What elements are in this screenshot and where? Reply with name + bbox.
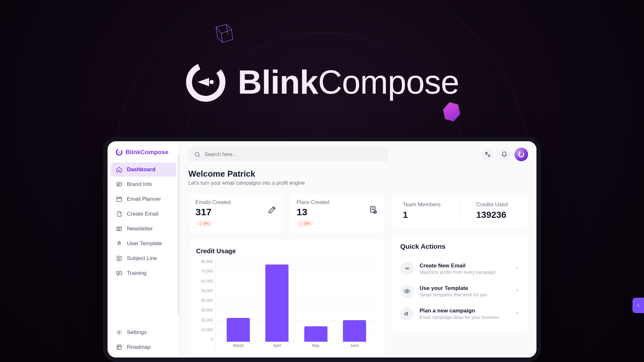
svg-rect-3 xyxy=(117,182,122,186)
sidebar: BlinkCompose DashboardBrand InfoEmail Pl… xyxy=(108,141,180,357)
stat-delta-badge: 0% xyxy=(195,220,213,227)
svg-rect-4 xyxy=(117,197,122,201)
stat-card-emails-created: Emails Created 317 0% xyxy=(188,193,284,233)
stat-card-plans-created: Plans Created 13 0% xyxy=(289,193,385,233)
logo-mark-icon xyxy=(518,151,525,158)
sidebar-item-roadmap[interactable]: Roadmap xyxy=(111,340,176,354)
gear-icon xyxy=(116,329,122,336)
svg-point-10 xyxy=(195,152,199,156)
sidebar-item-label: Subject Line xyxy=(127,255,157,262)
sidebar-item-label: Create Email xyxy=(127,211,158,217)
stat-label: Emails Created xyxy=(195,200,277,205)
arrow-down-icon xyxy=(300,222,303,225)
sidebar-item-label: Settings xyxy=(127,329,147,336)
stat-card-summary: Team Members 1 Credits Used 139236 xyxy=(392,193,528,228)
svg-point-14 xyxy=(406,291,408,292)
side-tab-button[interactable] xyxy=(632,298,644,313)
sidebar-item-training[interactable]: Training xyxy=(111,266,176,280)
chevron-right-icon xyxy=(515,288,520,294)
sidebar-item-settings[interactable]: Settings xyxy=(111,325,176,339)
sidebar-item-label: Newsletter xyxy=(127,226,153,232)
sidebar-scrollbar[interactable] xyxy=(178,154,179,315)
quick-action-title: Use your Template xyxy=(420,285,487,292)
sidebar-item-label: User Template xyxy=(127,240,162,247)
sidebar-item-subject-line[interactable]: Subject Line xyxy=(111,251,176,265)
chevron-right-icon xyxy=(515,311,520,317)
sidebar-item-label: Email Planner xyxy=(127,196,161,202)
svg-point-1 xyxy=(210,80,214,84)
sidebar-item-label: Brand Info xyxy=(127,181,152,188)
list-icon xyxy=(116,255,122,262)
quick-action-plan-a-new-campaign[interactable]: Plan a new campaignEmail campaign ideas … xyxy=(400,302,520,325)
language-button[interactable] xyxy=(481,148,494,161)
quick-action-sub: Email campaign ideas for your business xyxy=(420,315,499,320)
sidebar-item-dashboard[interactable]: Dashboard xyxy=(111,162,176,177)
sidebar-item-user-template[interactable]: User Template xyxy=(111,237,176,251)
main-content: Welcome Patrick Let's turn your email ca… xyxy=(180,141,536,357)
chart-bar xyxy=(304,326,327,342)
news-icon xyxy=(116,226,122,232)
stat-value: 1 xyxy=(403,210,444,220)
translate-icon xyxy=(484,151,491,158)
chat-icon xyxy=(116,181,122,188)
chart-x-label: May xyxy=(304,343,327,348)
calendar-icon xyxy=(116,196,122,202)
avatar[interactable] xyxy=(515,148,528,161)
chart-x-label: March xyxy=(227,343,250,348)
chart-bar xyxy=(343,320,366,342)
sidebar-brand-name: BlinkCompose xyxy=(126,149,168,156)
chart-x-axis: MarchAprilMayJune xyxy=(216,342,377,349)
sidebar-item-email-planner[interactable]: Email Planner xyxy=(111,192,176,206)
document-plus-icon[interactable] xyxy=(369,205,378,214)
logo-mark-icon xyxy=(185,61,227,103)
infinity-icon xyxy=(400,262,414,275)
chart-x-label: April xyxy=(265,343,289,348)
sidebar-item-brand-info[interactable]: Brand Info xyxy=(111,177,176,191)
template-icon xyxy=(116,240,122,247)
chart-x-label: June xyxy=(343,343,366,348)
sidebar-nav-secondary: SettingsRoadmap xyxy=(108,325,180,357)
edit-icon[interactable] xyxy=(268,205,277,214)
arrow-down-icon xyxy=(199,222,202,225)
stat-delta-badge: 0% xyxy=(297,220,314,227)
search-input[interactable] xyxy=(204,152,382,157)
eye-icon xyxy=(400,284,414,298)
stat-label: Team Members xyxy=(403,201,444,208)
welcome-block: Welcome Patrick Let's turn your email ca… xyxy=(188,169,528,186)
sidebar-item-label: Roadmap xyxy=(127,344,151,350)
hero-logo: BlinkCompose xyxy=(0,61,644,103)
map-icon xyxy=(116,344,122,350)
svg-rect-7 xyxy=(117,271,122,274)
hero-wordmark: BlinkCompose xyxy=(238,63,459,101)
chart-card-credit-usage: Credit Usage 80,00070,00060,00050,00040,… xyxy=(188,240,385,355)
stat-label: Plans Created xyxy=(297,200,378,205)
chart-y-axis: 80,00070,00060,00050,00040,00030,00020,0… xyxy=(196,259,215,349)
chevron-right-icon xyxy=(636,303,640,308)
sidebar-item-newsletter[interactable]: Newsletter xyxy=(111,222,176,236)
sidebar-nav: DashboardBrand InfoEmail PlannerCreate E… xyxy=(108,162,180,280)
stat-value: 13 xyxy=(297,207,378,218)
svg-point-11 xyxy=(518,151,525,158)
notifications-button[interactable] xyxy=(498,148,511,161)
quick-action-use-your-template[interactable]: Use your TemplateSwipe templates that wo… xyxy=(400,280,520,302)
quick-action-sub: Swipe templates that work for you xyxy=(420,292,487,297)
quick-action-sub: Maximize profits from every campaign xyxy=(420,270,496,275)
quick-action-title: Plan a new campaign xyxy=(420,308,499,314)
chart-bar xyxy=(265,265,289,342)
sidebar-item-create-email[interactable]: Create Email xyxy=(111,207,176,221)
file-icon xyxy=(116,211,122,217)
search-box[interactable] xyxy=(188,147,388,162)
quick-action-create-new-email[interactable]: Create New EmailMaximize profits from ev… xyxy=(400,257,520,280)
deco-star xyxy=(97,193,97,194)
logo-mark-icon xyxy=(115,148,123,156)
topbar xyxy=(188,147,528,162)
quick-actions-card: Quick Actions Create New EmailMaximize p… xyxy=(392,235,528,333)
page-title: Welcome Patrick xyxy=(188,169,528,179)
sidebar-logo[interactable]: BlinkCompose xyxy=(108,141,180,162)
chart-title: Credit Usage xyxy=(196,247,377,255)
sidebar-item-label: Training xyxy=(127,270,147,276)
megaphone-icon xyxy=(400,307,414,320)
chart-bar xyxy=(227,318,250,342)
chevron-right-icon xyxy=(515,265,520,272)
chart-plot: MarchAprilMayJune xyxy=(215,259,377,349)
